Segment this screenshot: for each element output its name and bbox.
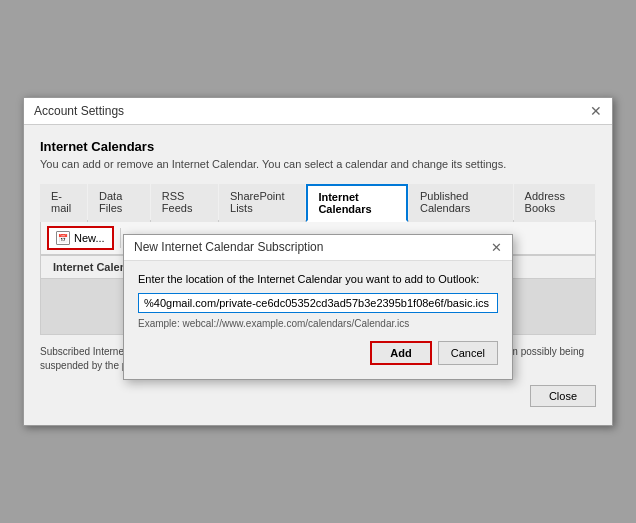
tab-sharepoint[interactable]: SharePoint Lists <box>219 184 305 222</box>
content-area: Internet Calendars You can add or remove… <box>24 125 612 425</box>
modal-title: New Internet Calendar Subscription <box>134 240 323 254</box>
add-button[interactable]: Add <box>370 341 431 365</box>
window-title: Account Settings <box>34 104 124 118</box>
tab-internet-calendars[interactable]: Internet Calendars <box>306 184 408 222</box>
modal-body: Enter the location of the Internet Calen… <box>124 261 512 379</box>
tabs-bar: E-mail Data Files RSS Feeds SharePoint L… <box>40 182 596 222</box>
cancel-button[interactable]: Cancel <box>438 341 498 365</box>
new-subscription-modal: New Internet Calendar Subscription ✕ Ent… <box>123 234 513 380</box>
table-area: Internet Calendar Size Last Updated on N… <box>40 255 596 335</box>
tab-data-files[interactable]: Data Files <box>88 184 150 222</box>
tab-rss-feeds[interactable]: RSS Feeds <box>151 184 218 222</box>
new-button[interactable]: 📅 New... <box>47 226 114 250</box>
modal-buttons: Add Cancel <box>138 341 498 365</box>
section-description: You can add or remove an Internet Calend… <box>40 158 596 170</box>
account-settings-window: Account Settings ✕ Internet Calendars Yo… <box>23 97 613 426</box>
calendar-url-input[interactable] <box>138 293 498 313</box>
calendar-icon: 📅 <box>56 231 70 245</box>
window-close-button[interactable]: ✕ <box>590 104 602 118</box>
modal-close-button[interactable]: ✕ <box>491 240 502 255</box>
modal-overlay: New Internet Calendar Subscription ✕ Ent… <box>41 279 595 334</box>
modal-example: Example: webcal://www.example.com/calend… <box>138 318 498 329</box>
tab-address-books[interactable]: Address Books <box>514 184 595 222</box>
toolbar-separator <box>120 228 121 248</box>
close-button[interactable]: Close <box>530 385 596 407</box>
tab-email[interactable]: E-mail <box>40 184 87 222</box>
title-bar: Account Settings ✕ <box>24 98 612 125</box>
tab-published-calendars[interactable]: Published Calendars <box>409 184 513 222</box>
table-body: New Internet Calendar Subscription ✕ Ent… <box>41 279 595 334</box>
modal-title-bar: New Internet Calendar Subscription ✕ <box>124 235 512 261</box>
modal-prompt: Enter the location of the Internet Calen… <box>138 273 498 285</box>
close-row: Close <box>40 385 596 415</box>
new-button-label: New... <box>74 232 105 244</box>
section-title: Internet Calendars <box>40 139 596 154</box>
